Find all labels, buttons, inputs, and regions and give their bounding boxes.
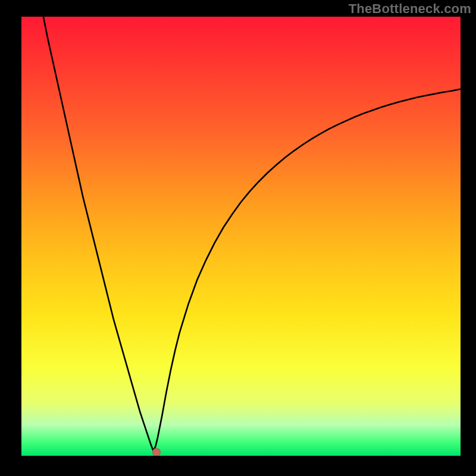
optimum-marker — [152, 448, 161, 456]
chart-frame: TheBottleneck.com — [0, 0, 476, 476]
watermark-label: TheBottleneck.com — [349, 1, 471, 17]
plot-area — [21, 17, 461, 456]
bottleneck-curve — [21, 17, 461, 456]
curve-path — [43, 17, 461, 450]
